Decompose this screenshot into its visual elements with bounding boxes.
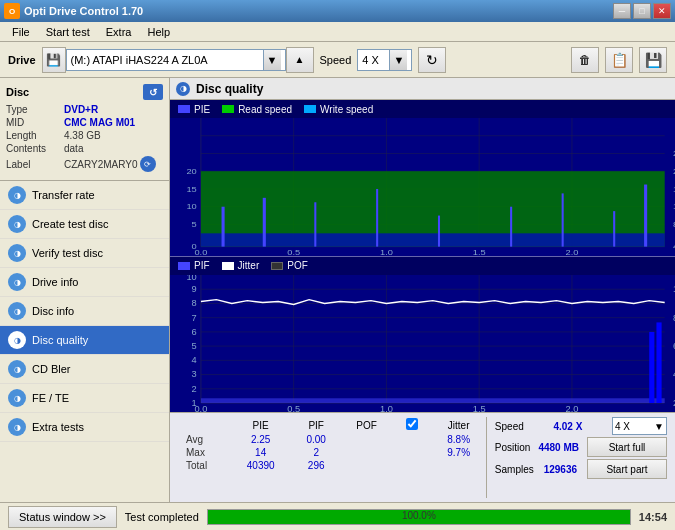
type-label: Type xyxy=(6,104,64,115)
jitter-checkbox[interactable] xyxy=(406,418,418,430)
title-bar: O Opti Drive Control 1.70 ─ □ ✕ xyxy=(0,0,675,22)
svg-text:9: 9 xyxy=(192,284,197,294)
speed-stat-select[interactable]: 4 X ▼ xyxy=(612,417,667,435)
main-area: Disc ↺ Type DVD+R MID CMC MAG M01 Length… xyxy=(0,78,675,502)
speed-select[interactable]: 4 X ▼ xyxy=(357,49,412,71)
copy-btn[interactable]: 📋 xyxy=(605,47,633,73)
svg-text:5: 5 xyxy=(192,220,197,229)
nav-create-test-disc-label: Create test disc xyxy=(32,218,108,230)
toolbar: Drive 💾 (M:) ATAPI iHAS224 A ZL0A ▼ ▲ Sp… xyxy=(0,42,675,78)
max-jitter: 9.7% xyxy=(431,446,485,459)
col-pif: PIF xyxy=(291,417,341,433)
menu-help[interactable]: Help xyxy=(139,24,178,40)
svg-rect-29 xyxy=(201,233,665,246)
label-icon[interactable]: ⟳ xyxy=(140,156,156,172)
pof-legend-label: POF xyxy=(287,260,308,271)
total-pof xyxy=(341,459,392,472)
disc-icon[interactable]: ↺ xyxy=(143,84,163,100)
drive-info-icon: ◑ xyxy=(8,273,26,291)
nav-transfer-rate[interactable]: ◑ Transfer rate xyxy=(0,181,169,210)
nav-extra-tests[interactable]: ◑ Extra tests xyxy=(0,413,169,442)
bottom-chart: 1 2 3 4 5 6 7 8 9 10 2% 4% 6% 8% 10% xyxy=(170,275,675,413)
nav-fe-te-label: FE / TE xyxy=(32,392,69,404)
maximize-button[interactable]: □ xyxy=(633,3,651,19)
menu-file[interactable]: File xyxy=(4,24,38,40)
cd-bler-icon: ◑ xyxy=(8,360,26,378)
avg-pif: 0.00 xyxy=(291,433,341,446)
menu-extra[interactable]: Extra xyxy=(98,24,140,40)
svg-rect-37 xyxy=(613,211,615,246)
col-jitter: Jitter xyxy=(431,417,485,433)
top-chart: 0 5 10 15 20 4 X 8 X 12 X 16 X 20 X 24 X… xyxy=(170,118,675,256)
nav-extra-tests-label: Extra tests xyxy=(32,421,84,433)
speed-select-arrow[interactable]: ▼ xyxy=(389,50,407,70)
stats-row-avg: Avg 2.25 0.00 8.8% xyxy=(178,433,486,446)
svg-text:10: 10 xyxy=(186,275,196,282)
erase-btn[interactable]: 🗑 xyxy=(571,47,599,73)
bottom-chart-svg: 1 2 3 4 5 6 7 8 9 10 2% 4% 6% 8% 10% xyxy=(170,275,675,413)
create-test-disc-icon: ◑ xyxy=(8,215,26,233)
svg-text:0.5: 0.5 xyxy=(287,248,300,255)
disc-quality-icon: ◑ xyxy=(8,331,26,349)
avg-jitter-spacer xyxy=(392,433,431,446)
nav-disc-quality[interactable]: ◑ Disc quality xyxy=(0,326,169,355)
nav-fe-te[interactable]: ◑ FE / TE xyxy=(0,384,169,413)
save-btn[interactable]: 💾 xyxy=(639,47,667,73)
svg-rect-32 xyxy=(314,202,316,246)
menu-start-test[interactable]: Start test xyxy=(38,24,98,40)
avg-jitter: 8.8% xyxy=(431,433,485,446)
drive-icon-btn[interactable]: 💾 xyxy=(42,47,66,73)
svg-rect-31 xyxy=(263,198,266,247)
nav-cd-bler-label: CD Bler xyxy=(32,363,71,375)
nav-disc-quality-label: Disc quality xyxy=(32,334,88,346)
total-pie: 40390 xyxy=(230,459,291,472)
start-full-btn[interactable]: Start full xyxy=(587,437,667,457)
stats-area: PIE PIF POF Jitter Avg 2.25 0.00 xyxy=(170,412,675,502)
total-label: Total xyxy=(178,459,230,472)
length-value: 4.38 GB xyxy=(64,130,101,141)
minimize-button[interactable]: ─ xyxy=(613,3,631,19)
nav-create-test-disc[interactable]: ◑ Create test disc xyxy=(0,210,169,239)
status-window-btn[interactable]: Status window >> xyxy=(8,506,117,528)
nav-drive-info[interactable]: ◑ Drive info xyxy=(0,268,169,297)
top-legend: PIE Read speed Write speed xyxy=(170,100,675,118)
write-legend-color xyxy=(304,105,316,113)
progress-text: 100.0% xyxy=(208,510,630,521)
svg-text:1.0: 1.0 xyxy=(380,248,393,255)
svg-text:0.5: 0.5 xyxy=(287,404,300,412)
pif-legend-label: PIF xyxy=(194,260,210,271)
nav-verify-test-disc-label: Verify test disc xyxy=(32,247,103,259)
speed-label: Speed xyxy=(320,54,352,66)
svg-text:15: 15 xyxy=(186,184,197,193)
svg-text:2: 2 xyxy=(192,383,197,393)
svg-rect-38 xyxy=(644,185,647,247)
nav-cd-bler[interactable]: ◑ CD Bler xyxy=(0,355,169,384)
nav-verify-test-disc[interactable]: ◑ Verify test disc xyxy=(0,239,169,268)
svg-text:6: 6 xyxy=(192,327,197,337)
drive-select[interactable]: (M:) ATAPI iHAS224 A ZL0A ▼ xyxy=(66,49,286,71)
nav-disc-info-label: Disc info xyxy=(32,305,74,317)
refresh-btn[interactable]: ↻ xyxy=(418,47,446,73)
read-legend-label: Read speed xyxy=(238,104,292,115)
drive-select-arrow[interactable]: ▼ xyxy=(263,50,281,70)
close-button[interactable]: ✕ xyxy=(653,3,671,19)
start-part-btn[interactable]: Start part xyxy=(587,459,667,479)
speed-stats: Speed 4.02 X 4 X ▼ Position 4480 MB Star… xyxy=(486,417,667,498)
drive-eject-btn[interactable]: ▲ xyxy=(286,47,314,73)
stats-row-max: Max 14 2 9.7% xyxy=(178,446,486,459)
svg-text:5: 5 xyxy=(192,341,197,351)
nav-disc-info[interactable]: ◑ Disc info xyxy=(0,297,169,326)
svg-text:3: 3 xyxy=(192,369,197,379)
speed-stat-value: 4.02 X xyxy=(553,421,582,432)
jitter-legend-label: Jitter xyxy=(238,260,260,271)
mid-label: MID xyxy=(6,117,64,128)
pif-legend-color xyxy=(178,262,190,270)
max-jitter-spacer xyxy=(392,446,431,459)
svg-text:0.0: 0.0 xyxy=(194,404,207,412)
progress-bar-container: 100.0% xyxy=(207,509,631,525)
top-chart-svg: 0 5 10 15 20 4 X 8 X 12 X 16 X 20 X 24 X… xyxy=(170,118,675,256)
jitter-legend-color xyxy=(222,262,234,270)
sidebar-nav: ◑ Transfer rate ◑ Create test disc ◑ Ver… xyxy=(0,181,169,502)
max-label: Max xyxy=(178,446,230,459)
total-pif: 296 xyxy=(291,459,341,472)
